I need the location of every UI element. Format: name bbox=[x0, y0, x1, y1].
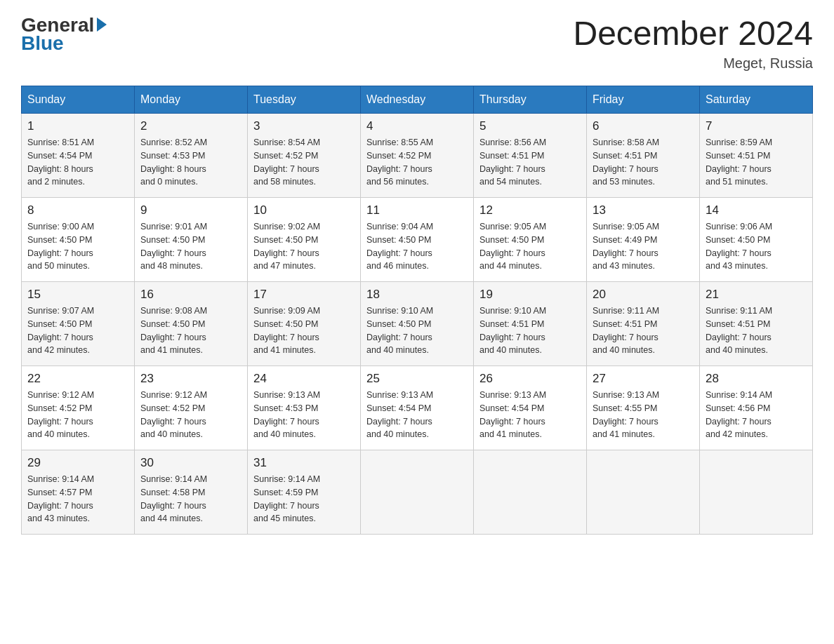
table-row: 10Sunrise: 9:02 AM Sunset: 4:50 PM Dayli… bbox=[248, 198, 361, 282]
day-number: 1 bbox=[27, 119, 128, 133]
table-row: 28Sunrise: 9:14 AM Sunset: 4:56 PM Dayli… bbox=[700, 366, 813, 450]
table-row: 7Sunrise: 8:59 AM Sunset: 4:51 PM Daylig… bbox=[700, 114, 813, 198]
calendar-table: SundayMondayTuesdayWednesdayThursdayFrid… bbox=[21, 86, 813, 535]
day-info: Sunrise: 9:09 AM Sunset: 4:50 PM Dayligh… bbox=[253, 304, 355, 357]
table-row: 27Sunrise: 9:13 AM Sunset: 4:55 PM Dayli… bbox=[587, 366, 700, 450]
day-number: 11 bbox=[366, 203, 468, 217]
day-info: Sunrise: 9:12 AM Sunset: 4:52 PM Dayligh… bbox=[140, 389, 241, 441]
day-info: Sunrise: 9:12 AM Sunset: 4:52 PM Dayligh… bbox=[27, 389, 128, 441]
day-number: 14 bbox=[706, 203, 807, 217]
day-info: Sunrise: 9:05 AM Sunset: 4:49 PM Dayligh… bbox=[593, 220, 694, 273]
title-area: December 2024 Meget, Russia bbox=[573, 14, 813, 72]
table-row: 14Sunrise: 9:06 AM Sunset: 4:50 PM Dayli… bbox=[700, 198, 813, 282]
calendar-week-row: 15Sunrise: 9:07 AM Sunset: 4:50 PM Dayli… bbox=[22, 282, 813, 366]
day-number: 15 bbox=[27, 288, 128, 302]
table-row: 23Sunrise: 9:12 AM Sunset: 4:52 PM Dayli… bbox=[135, 366, 248, 450]
table-row: 19Sunrise: 9:10 AM Sunset: 4:51 PM Dayli… bbox=[474, 282, 587, 366]
table-row: 5Sunrise: 8:56 AM Sunset: 4:51 PM Daylig… bbox=[474, 114, 587, 198]
day-info: Sunrise: 9:01 AM Sunset: 4:50 PM Dayligh… bbox=[140, 220, 241, 273]
day-info: Sunrise: 9:13 AM Sunset: 4:54 PM Dayligh… bbox=[479, 389, 581, 441]
day-info: Sunrise: 9:10 AM Sunset: 4:50 PM Dayligh… bbox=[366, 304, 468, 357]
day-info: Sunrise: 9:14 AM Sunset: 4:59 PM Dayligh… bbox=[253, 473, 355, 525]
day-number: 23 bbox=[140, 372, 241, 386]
day-info: Sunrise: 9:14 AM Sunset: 4:58 PM Dayligh… bbox=[140, 473, 241, 525]
day-info: Sunrise: 9:00 AM Sunset: 4:50 PM Dayligh… bbox=[27, 220, 128, 273]
day-info: Sunrise: 9:10 AM Sunset: 4:51 PM Dayligh… bbox=[479, 304, 581, 357]
calendar-week-row: 22Sunrise: 9:12 AM Sunset: 4:52 PM Dayli… bbox=[22, 366, 813, 450]
day-number: 10 bbox=[253, 203, 355, 217]
day-info: Sunrise: 9:13 AM Sunset: 4:53 PM Dayligh… bbox=[253, 389, 355, 441]
table-row bbox=[361, 450, 474, 535]
calendar-body: 1Sunrise: 8:51 AM Sunset: 4:54 PM Daylig… bbox=[22, 114, 813, 535]
day-info: Sunrise: 8:54 AM Sunset: 4:52 PM Dayligh… bbox=[253, 136, 355, 189]
day-of-week-header: Sunday bbox=[22, 86, 135, 114]
table-row: 9Sunrise: 9:01 AM Sunset: 4:50 PM Daylig… bbox=[135, 198, 248, 282]
day-number: 24 bbox=[253, 372, 355, 386]
day-info: Sunrise: 9:08 AM Sunset: 4:50 PM Dayligh… bbox=[140, 304, 241, 357]
day-number: 28 bbox=[706, 372, 807, 386]
calendar-week-row: 8Sunrise: 9:00 AM Sunset: 4:50 PM Daylig… bbox=[22, 198, 813, 282]
table-row: 12Sunrise: 9:05 AM Sunset: 4:50 PM Dayli… bbox=[474, 198, 587, 282]
day-number: 18 bbox=[366, 288, 468, 302]
day-number: 19 bbox=[479, 288, 581, 302]
table-row: 11Sunrise: 9:04 AM Sunset: 4:50 PM Dayli… bbox=[361, 198, 474, 282]
table-row: 8Sunrise: 9:00 AM Sunset: 4:50 PM Daylig… bbox=[22, 198, 135, 282]
day-number: 20 bbox=[593, 288, 694, 302]
logo: General Blue bbox=[21, 14, 107, 55]
day-info: Sunrise: 8:51 AM Sunset: 4:54 PM Dayligh… bbox=[27, 136, 128, 189]
day-info: Sunrise: 8:56 AM Sunset: 4:51 PM Dayligh… bbox=[479, 136, 581, 189]
location-label: Meget, Russia bbox=[573, 55, 813, 72]
day-info: Sunrise: 9:14 AM Sunset: 4:56 PM Dayligh… bbox=[706, 389, 807, 441]
table-row: 24Sunrise: 9:13 AM Sunset: 4:53 PM Dayli… bbox=[248, 366, 361, 450]
day-info: Sunrise: 9:13 AM Sunset: 4:54 PM Dayligh… bbox=[366, 389, 468, 441]
day-info: Sunrise: 9:04 AM Sunset: 4:50 PM Dayligh… bbox=[366, 220, 468, 273]
day-number: 6 bbox=[593, 119, 694, 133]
day-of-week-header: Friday bbox=[587, 86, 700, 114]
table-row: 31Sunrise: 9:14 AM Sunset: 4:59 PM Dayli… bbox=[248, 450, 361, 535]
day-of-week-header: Monday bbox=[135, 86, 248, 114]
table-row bbox=[474, 450, 587, 535]
table-row: 30Sunrise: 9:14 AM Sunset: 4:58 PM Dayli… bbox=[135, 450, 248, 535]
day-number: 22 bbox=[27, 372, 128, 386]
table-row bbox=[587, 450, 700, 535]
day-info: Sunrise: 9:02 AM Sunset: 4:50 PM Dayligh… bbox=[253, 220, 355, 273]
day-number: 31 bbox=[253, 456, 355, 470]
day-info: Sunrise: 8:59 AM Sunset: 4:51 PM Dayligh… bbox=[706, 136, 807, 189]
day-number: 26 bbox=[479, 372, 581, 386]
table-row: 6Sunrise: 8:58 AM Sunset: 4:51 PM Daylig… bbox=[587, 114, 700, 198]
table-row: 15Sunrise: 9:07 AM Sunset: 4:50 PM Dayli… bbox=[22, 282, 135, 366]
day-number: 25 bbox=[366, 372, 468, 386]
day-info: Sunrise: 9:11 AM Sunset: 4:51 PM Dayligh… bbox=[593, 304, 694, 357]
calendar-week-row: 1Sunrise: 8:51 AM Sunset: 4:54 PM Daylig… bbox=[22, 114, 813, 198]
table-row bbox=[700, 450, 813, 535]
day-number: 2 bbox=[140, 119, 241, 133]
table-row: 13Sunrise: 9:05 AM Sunset: 4:49 PM Dayli… bbox=[587, 198, 700, 282]
logo-blue-text: Blue bbox=[21, 32, 64, 55]
day-number: 13 bbox=[593, 203, 694, 217]
day-of-week-header: Thursday bbox=[474, 86, 587, 114]
day-number: 8 bbox=[27, 203, 128, 217]
day-info: Sunrise: 9:14 AM Sunset: 4:57 PM Dayligh… bbox=[27, 473, 128, 525]
day-number: 17 bbox=[253, 288, 355, 302]
table-row: 2Sunrise: 8:52 AM Sunset: 4:53 PM Daylig… bbox=[135, 114, 248, 198]
table-row: 18Sunrise: 9:10 AM Sunset: 4:50 PM Dayli… bbox=[361, 282, 474, 366]
logo-arrow-icon bbox=[97, 18, 107, 32]
day-number: 21 bbox=[706, 288, 807, 302]
table-row: 3Sunrise: 8:54 AM Sunset: 4:52 PM Daylig… bbox=[248, 114, 361, 198]
calendar-header: SundayMondayTuesdayWednesdayThursdayFrid… bbox=[22, 86, 813, 114]
day-info: Sunrise: 9:11 AM Sunset: 4:51 PM Dayligh… bbox=[706, 304, 807, 357]
table-row: 16Sunrise: 9:08 AM Sunset: 4:50 PM Dayli… bbox=[135, 282, 248, 366]
day-of-week-header: Wednesday bbox=[361, 86, 474, 114]
day-number: 16 bbox=[140, 288, 241, 302]
month-year-title: December 2024 bbox=[573, 14, 813, 53]
day-info: Sunrise: 9:13 AM Sunset: 4:55 PM Dayligh… bbox=[593, 389, 694, 441]
table-row: 20Sunrise: 9:11 AM Sunset: 4:51 PM Dayli… bbox=[587, 282, 700, 366]
day-info: Sunrise: 8:58 AM Sunset: 4:51 PM Dayligh… bbox=[593, 136, 694, 189]
days-of-week-row: SundayMondayTuesdayWednesdayThursdayFrid… bbox=[22, 86, 813, 114]
day-info: Sunrise: 8:55 AM Sunset: 4:52 PM Dayligh… bbox=[366, 136, 468, 189]
day-number: 3 bbox=[253, 119, 355, 133]
table-row: 22Sunrise: 9:12 AM Sunset: 4:52 PM Dayli… bbox=[22, 366, 135, 450]
table-row: 17Sunrise: 9:09 AM Sunset: 4:50 PM Dayli… bbox=[248, 282, 361, 366]
day-number: 12 bbox=[479, 203, 581, 217]
day-number: 5 bbox=[479, 119, 581, 133]
